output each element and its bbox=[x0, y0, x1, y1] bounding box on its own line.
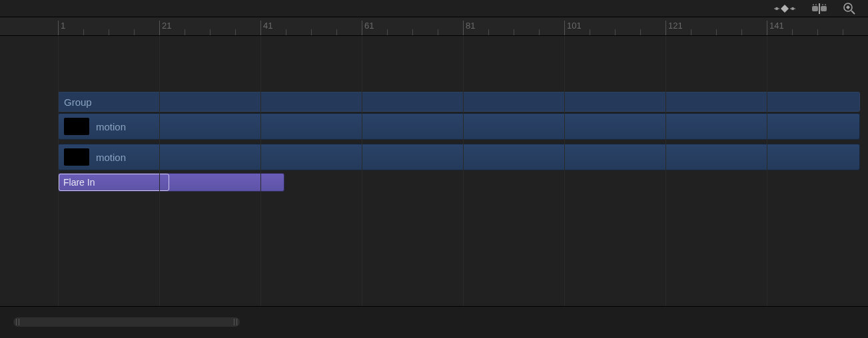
timeline-gridline bbox=[665, 36, 666, 306]
timeline-gridline bbox=[767, 36, 767, 306]
snapping-icon[interactable] bbox=[811, 3, 828, 14]
svg-point-0 bbox=[775, 7, 778, 9]
svg-rect-4 bbox=[821, 6, 827, 11]
ruler-tick-label: 61 bbox=[364, 21, 374, 31]
layer-thumbnail bbox=[64, 118, 89, 135]
ruler-tick-label: 141 bbox=[769, 21, 784, 31]
timeline-toolbar bbox=[0, 0, 868, 17]
svg-rect-3 bbox=[812, 6, 818, 11]
ruler-tick-label: 21 bbox=[162, 21, 171, 31]
timeline-ruler[interactable]: 121416181101121141 bbox=[0, 17, 868, 36]
timeline-gridline bbox=[58, 36, 59, 306]
svg-point-1 bbox=[791, 7, 794, 9]
scroll-grip-right-icon[interactable] bbox=[234, 319, 237, 325]
ruler-tick-label: 101 bbox=[567, 21, 582, 31]
timeline-body[interactable]: Group motion motion Flare In bbox=[0, 36, 868, 306]
timeline-gridline bbox=[463, 36, 464, 306]
behavior-label: Flare In bbox=[63, 177, 95, 188]
scroll-grip-left-icon[interactable] bbox=[16, 319, 19, 325]
ruler-tick-label: 81 bbox=[466, 21, 475, 31]
timeline-gridline bbox=[159, 36, 160, 306]
ruler-tick-label: 121 bbox=[668, 21, 683, 31]
timeline-gridline bbox=[362, 36, 362, 306]
timeline-gridline bbox=[260, 36, 261, 306]
horizontal-scrollbar[interactable] bbox=[13, 317, 240, 327]
timeline-gridline bbox=[564, 36, 565, 306]
timeline-bottombar bbox=[0, 306, 868, 338]
layer-label: motion bbox=[96, 152, 126, 163]
ruler-tick-label: 1 bbox=[61, 21, 65, 31]
behavior-bar[interactable]: Flare In bbox=[58, 173, 284, 192]
group-label: Group bbox=[64, 96, 92, 108]
layer-thumbnail bbox=[64, 148, 89, 166]
svg-marker-11 bbox=[846, 5, 850, 9]
layer-label: motion bbox=[96, 121, 126, 132]
group-bar[interactable]: Group bbox=[58, 92, 860, 112]
layer-bar-1[interactable]: motion bbox=[58, 113, 860, 140]
keyframe-toggle-icon[interactable] bbox=[773, 4, 796, 13]
svg-line-10 bbox=[851, 11, 855, 14]
ruler-tick-label: 41 bbox=[263, 21, 272, 31]
zoom-icon[interactable] bbox=[843, 2, 856, 15]
layer-bar-2[interactable]: motion bbox=[58, 144, 860, 170]
